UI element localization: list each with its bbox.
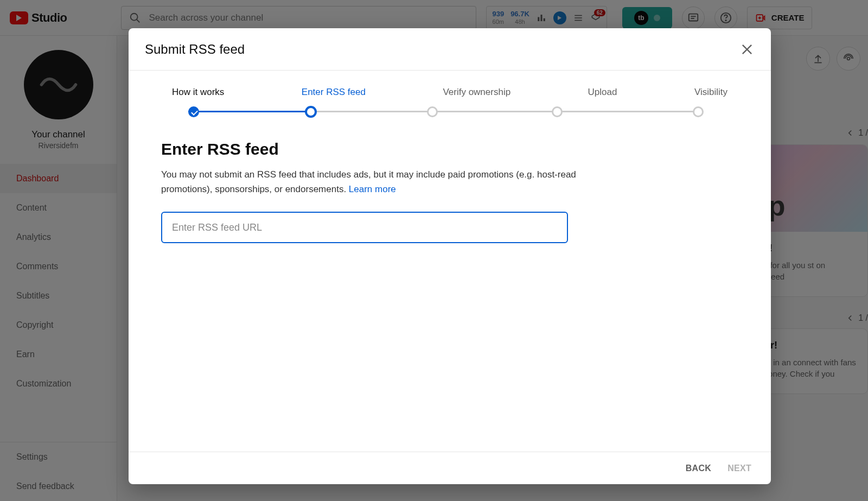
step-dot-done [188, 106, 199, 117]
step-verify: Verify ownership [443, 87, 510, 98]
step-dot [552, 106, 563, 117]
section-text: You may not submit an RSS feed that incl… [161, 167, 579, 196]
stepper-track [172, 105, 727, 118]
step-dot [427, 106, 438, 117]
stepper: How it works Enter RSS feed Verify owner… [129, 71, 771, 118]
step-upload: Upload [588, 87, 617, 98]
modal-header: Submit RSS feed [129, 28, 771, 71]
close-icon[interactable] [739, 42, 755, 57]
next-button[interactable]: NEXT [727, 464, 751, 473]
step-dot-active [305, 106, 317, 118]
step-visibility: Visibility [694, 87, 727, 98]
step-dot [693, 106, 704, 117]
modal-body: Enter RSS feed You may not submit an RSS… [129, 118, 771, 452]
step-how-it-works[interactable]: How it works [172, 87, 224, 98]
back-button[interactable]: BACK [686, 464, 711, 473]
rss-url-input[interactable] [161, 212, 568, 243]
modal-footer: BACK NEXT [129, 452, 771, 484]
submit-rss-modal: Submit RSS feed How it works Enter RSS f… [129, 28, 771, 484]
modal-title: Submit RSS feed [145, 42, 245, 57]
section-title: Enter RSS feed [161, 140, 738, 158]
learn-more-link[interactable]: Learn more [349, 184, 396, 194]
step-enter-rss[interactable]: Enter RSS feed [302, 87, 366, 98]
